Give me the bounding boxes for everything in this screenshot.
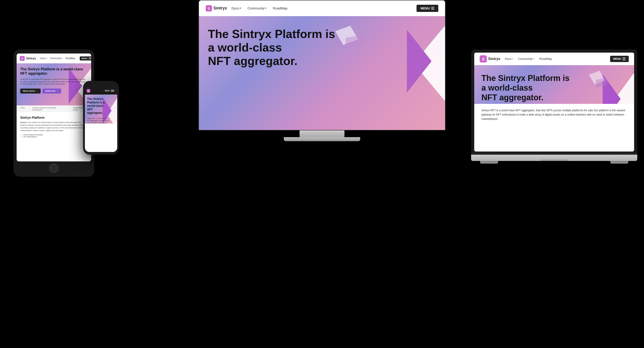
phone-menu-button[interactable]: MENU xyxy=(104,89,116,92)
tablet-docs-chevron: ▾ xyxy=(46,57,47,59)
desktop-hero: The Sintryx Platform is a world-class NF… xyxy=(199,16,445,130)
desktop-brand-name: Sintryx xyxy=(213,6,227,11)
tablet-content-title: Sintryx Platform xyxy=(20,116,88,119)
desktop-logo: S Sintryx xyxy=(206,5,227,12)
svg-text:S: S xyxy=(208,7,210,10)
tablet-content-section: Sintryx Platform Sintryx is the world's … xyxy=(16,112,91,161)
desktop-hero-title: The Sintryx Platform is a world-class NF… xyxy=(208,28,338,68)
laptop-nav-community[interactable]: Community ▾ xyxy=(518,57,534,61)
desktop-menu-button[interactable]: MENU xyxy=(416,5,438,12)
laptop-hinge xyxy=(471,153,637,155)
laptop-nav-docs[interactable]: Docs ▾ xyxy=(505,57,513,61)
laptop-foot-left xyxy=(480,161,498,164)
desktop-hero-shapes xyxy=(334,16,445,130)
hamburger-icon xyxy=(431,7,434,10)
community-chevron-icon: ▾ xyxy=(265,7,266,10)
phone-hero-title: The Sintryx Platform is a world-class NF… xyxy=(87,97,108,115)
desktop-nav-roadmap[interactable]: RoadMap xyxy=(273,6,288,10)
desktop-stand xyxy=(300,130,344,137)
laptop-hero-title: The Sintryx Platform is a world-class NF… xyxy=(482,73,571,102)
laptop-menu-button[interactable]: MENU xyxy=(610,56,629,62)
desktop-base xyxy=(284,137,360,141)
laptop-hero-desc: Sintryx NFT is a world-class NFT aggrega… xyxy=(482,108,627,121)
desktop-nav-links: Docs ▾ Community ▾ RoadMap xyxy=(232,6,412,10)
scene: S Sintryx xyxy=(0,0,644,348)
tablet-brand-name: Sintryx xyxy=(26,57,36,60)
laptop-hero: The Sintryx Platform is a world-class NF… xyxy=(474,65,634,104)
tablet-navbar: S Sintryx xyxy=(16,54,91,63)
tablet-nav-links: Docs ▾ Community ▾ RoadMap xyxy=(40,57,75,60)
desktop-device: S Sintryx xyxy=(198,0,446,141)
desktop-hero-content: The Sintryx Platform is a world-class NF… xyxy=(199,16,347,79)
tablet-tagline-bar: Pools | Venture Capital & Real Estate In… xyxy=(16,105,91,112)
desktop-nav-community[interactable]: Community ▾ xyxy=(248,6,266,10)
phone-content-area xyxy=(85,123,117,152)
svg-text:S: S xyxy=(88,90,89,92)
laptop-navbar: S Sintryx xyxy=(474,53,634,65)
tablet-logo: S Sintryx xyxy=(20,56,36,61)
laptop-nav-links: Docs ▾ Community ▾ RoadMap xyxy=(505,57,606,61)
laptop-foot-right xyxy=(610,161,628,164)
laptop-brand-name: Sintryx xyxy=(488,57,500,61)
phone-device: S MENU xyxy=(83,81,119,155)
laptop-device: S Sintryx xyxy=(471,50,637,164)
laptop-feet xyxy=(471,161,637,164)
tablet-nav-docs[interactable]: Docs ▾ xyxy=(40,57,47,60)
tablet-read-docs-button[interactable]: READ DOCS → xyxy=(20,89,41,94)
laptop-content-section: Sintryx NFT is a world-class NFT aggrega… xyxy=(474,104,634,151)
desktop-navbar: S Sintryx xyxy=(199,1,445,16)
tablet-hero-title: The Sintryx Platform is a world-class NF… xyxy=(20,67,88,76)
tablet-home-button[interactable] xyxy=(50,164,58,173)
phone-navbar: S MENU xyxy=(85,87,117,95)
desktop-nav-docs[interactable]: Docs ▾ xyxy=(232,6,241,10)
tablet-device: S Sintryx xyxy=(14,50,94,177)
phone-outer: S MENU xyxy=(83,81,119,155)
phone-notch xyxy=(94,84,108,86)
phone-hero-desc: Sintryx NFT is a world-class NFT aggrega… xyxy=(87,117,109,123)
tablet-hero-content: The Sintryx Platform is a world-class NF… xyxy=(16,63,91,97)
tablet-nav-roadmap[interactable]: RoadMap xyxy=(65,57,75,60)
tablet-hero-desc: Sintryx NFT is a world-class NFT aggrega… xyxy=(20,78,88,85)
laptop-screen-container: S Sintryx xyxy=(471,50,637,153)
laptop-hero-content: The Sintryx Platform is a world-class NF… xyxy=(474,65,578,104)
phone-logo: S xyxy=(87,89,90,93)
tablet-hero-buttons: READ DOCS → OPEN APP → xyxy=(20,89,88,94)
laptop-logo: S Sintryx xyxy=(480,55,500,63)
tablet-content-brand: Sintryx xyxy=(20,121,26,123)
laptop-cube xyxy=(592,72,603,83)
laptop-community-chevron: ▾ xyxy=(534,58,534,60)
tablet-nav-community[interactable]: Community ▾ xyxy=(50,57,63,60)
tablet-screen: S Sintryx xyxy=(16,54,91,161)
svg-text:S: S xyxy=(482,57,484,61)
desktop-screen: S Sintryx xyxy=(198,0,446,130)
laptop-hamburger-icon xyxy=(622,58,626,60)
tablet-list-item-1: Decentralized Exchange xyxy=(23,134,88,136)
tablet-community-chevron: ▾ xyxy=(62,57,63,59)
phone-hamburger-icon xyxy=(111,90,114,91)
laptop-base xyxy=(471,155,637,161)
laptop-docs-chevron: ▾ xyxy=(512,58,513,60)
tablet-content-body: Sintryx is the world's first Solana base… xyxy=(20,121,88,132)
desktop-logo-icon: S xyxy=(206,5,212,12)
phone-hero: The Sintryx Platform is a world-class NF… xyxy=(85,95,117,123)
shape-purple-left xyxy=(407,30,432,93)
tablet-menu-button[interactable]: MENU xyxy=(80,56,91,61)
laptop-screen: S Sintryx xyxy=(474,53,634,151)
tablet-list-item-2: NFT Marketplace xyxy=(23,136,88,138)
docs-chevron-icon: ▾ xyxy=(240,7,241,10)
phone-screen: S MENU xyxy=(85,87,117,152)
tablet-open-app-button[interactable]: OPEN APP → xyxy=(42,89,61,94)
phone-hero-content: The Sintryx Platform is a world-class NF… xyxy=(85,95,117,123)
tablet-outer: S Sintryx xyxy=(14,50,94,177)
tablet-content-list: Decentralized Exchange NFT Marketplace xyxy=(20,134,88,138)
tablet-hero: The Sintryx Platform is a world-class NF… xyxy=(16,63,91,105)
laptop-nav-roadmap[interactable]: RoadMap xyxy=(539,57,552,61)
tablet-hamburger-icon xyxy=(89,58,91,59)
svg-text:S: S xyxy=(21,57,23,60)
